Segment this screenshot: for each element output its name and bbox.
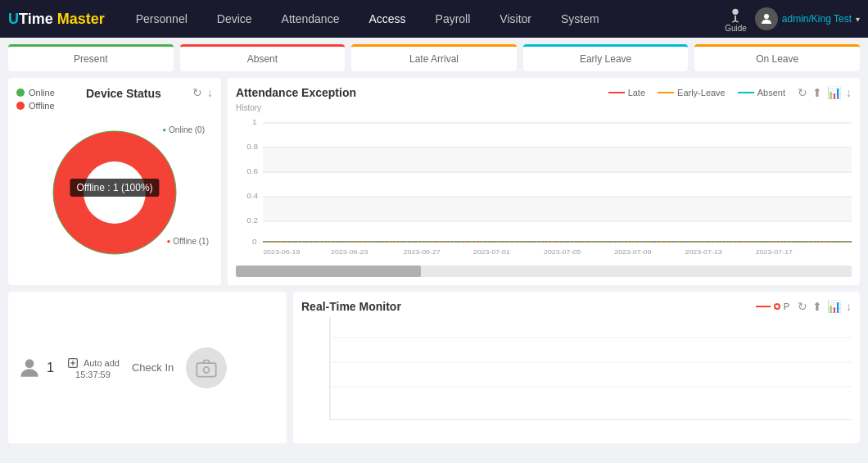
realtime-chart-icon[interactable]: 📊 [827, 300, 841, 313]
realtime-actions: ↻ ⬆ 📊 ↓ [798, 300, 852, 313]
svg-text:0: 0 [252, 237, 257, 245]
user-count-area: 1 [16, 355, 54, 381]
nav-item-access[interactable]: Access [354, 0, 420, 38]
p-legend: P [756, 302, 789, 311]
logo-master: Master [57, 11, 105, 27]
stat-late-label: Late Arrival [361, 53, 507, 65]
absent-line [738, 92, 754, 93]
device-download-icon[interactable]: ↓ [207, 86, 213, 99]
nav-item-system[interactable]: System [546, 0, 614, 38]
stat-late[interactable]: Late Arrival [351, 44, 517, 71]
realtime-download-icon[interactable]: ↓ [846, 300, 852, 313]
p-line [756, 306, 771, 307]
attendance-title: Attendance Exception [236, 86, 356, 99]
svg-rect-37 [197, 363, 216, 376]
chevron-down-icon: ▾ [856, 15, 860, 24]
legend-online-label: Online [29, 88, 55, 98]
att-refresh-icon[interactable]: ↻ [798, 86, 807, 99]
stat-on-leave[interactable]: On Leave [694, 44, 860, 71]
offline-tooltip: Offline : 1 (100%) [70, 179, 159, 197]
early-leave-line [658, 92, 674, 93]
svg-line-2 [733, 20, 736, 22]
logo: UTime Master [8, 11, 105, 28]
legend-offline: Offline [16, 101, 55, 111]
nav-item-personnel[interactable]: Personnel [121, 0, 202, 38]
stats-bar: Present Absent Late Arrival Early Leave … [0, 38, 868, 78]
realtime-refresh-icon[interactable]: ↻ [798, 300, 807, 313]
online-label: ● Online (0) [162, 125, 205, 134]
realtime-title: Real-Time Monitor [301, 300, 401, 313]
stat-early-leave-label: Early Leave [533, 53, 679, 65]
checkin-label: Check In [132, 361, 174, 374]
device-status-chart: ● Online (0) Offline : 1 (100%) ● Offlin… [16, 111, 213, 270]
realtime-monitor-panel: Real-Time Monitor P ↻ ⬆ 📊 ↓ [293, 292, 860, 443]
stat-absent-label: Absent [190, 53, 336, 65]
offline-label-chart: ● Offline (1) [166, 237, 209, 246]
late-line [608, 92, 625, 93]
svg-line-3 [735, 20, 739, 22]
auto-add-area: Auto add 15:37:59 [66, 356, 120, 379]
realtime-header: Real-Time Monitor P ↻ ⬆ 📊 ↓ [301, 300, 852, 313]
guide-icon [726, 6, 744, 24]
svg-point-38 [204, 366, 210, 372]
legend-late: Late [608, 88, 645, 98]
guide-button[interactable]: Guide [725, 6, 747, 33]
svg-text:0.6: 0.6 [246, 166, 258, 175]
stat-early-leave[interactable]: Early Leave [523, 44, 689, 71]
svg-rect-1 [735, 15, 737, 20]
camera-icon-area [186, 347, 227, 388]
stat-on-leave-label: On Leave [704, 53, 850, 65]
logo-time: Time [19, 11, 53, 27]
history-label: History [236, 103, 852, 112]
svg-point-33 [25, 359, 34, 368]
att-upload-icon[interactable]: ⬆ [812, 86, 822, 99]
stat-absent[interactable]: Absent [180, 44, 346, 71]
online-dot [16, 89, 25, 97]
legend-absent: Absent [738, 88, 785, 98]
attendance-scrollbar[interactable] [236, 266, 852, 277]
svg-text:2023-07-13: 2023-07-13 [685, 247, 723, 255]
guide-label: Guide [725, 24, 747, 33]
svg-text:0.2: 0.2 [246, 216, 258, 224]
attendance-legend: Late Early-Leave Absent [608, 88, 785, 98]
svg-text:0.8: 0.8 [246, 142, 258, 150]
realtime-upload-icon[interactable]: ⬆ [812, 300, 822, 313]
svg-point-4 [764, 14, 769, 19]
att-download-icon[interactable]: ↓ [846, 86, 852, 99]
nav-item-device[interactable]: Device [202, 0, 267, 38]
svg-text:1: 1 [252, 117, 257, 125]
svg-point-0 [733, 8, 739, 14]
p-label: P [784, 302, 789, 311]
offline-dot [16, 102, 25, 110]
realtime-chart-svg [301, 313, 852, 432]
svg-text:2023-06-19: 2023-06-19 [263, 247, 301, 255]
attendance-exception-panel: Attendance Exception Late Early-Leave Ab… [228, 78, 860, 285]
auto-add-time: 15:37:59 [66, 370, 120, 379]
svg-text:0.4: 0.4 [246, 191, 258, 199]
nav-item-attendance[interactable]: Attendance [267, 0, 355, 38]
svg-rect-21 [263, 197, 852, 221]
stat-present[interactable]: Present [8, 44, 174, 71]
auto-add-label: Auto add [84, 358, 120, 368]
user-info[interactable]: admin/King Test ▾ [755, 7, 860, 30]
svg-text:2023-07-17: 2023-07-17 [756, 247, 793, 255]
camera-icon [195, 356, 218, 379]
user-count: 1 [47, 361, 54, 375]
device-status-actions: ↻ ↓ [192, 86, 213, 99]
bottom-row: 1 Auto add 15:37:59 Check In Real-Time M… [0, 292, 868, 450]
user-icon [16, 355, 43, 381]
nav: Personnel Device Attendance Access Payro… [121, 0, 725, 38]
device-refresh-icon[interactable]: ↻ [192, 86, 202, 99]
legend-offline-label: Offline [29, 101, 55, 111]
svg-rect-20 [263, 148, 852, 172]
device-status-panel: Online Offline Device Status ↻ ↓ [8, 78, 221, 285]
p-dot [774, 303, 780, 310]
attendance-chart-area: History 1 0.8 0.6 0.4 0.2 0 [236, 103, 852, 277]
nav-item-visitor[interactable]: Visitor [485, 0, 546, 38]
stat-present-label: Present [18, 53, 164, 65]
svg-text:2023-07-05: 2023-07-05 [544, 247, 581, 255]
scrollbar-thumb [236, 266, 421, 277]
nav-item-payroll[interactable]: Payroll [421, 0, 486, 38]
attendance-chart-svg: 1 0.8 0.6 0.4 0.2 0 [236, 115, 852, 258]
att-chart-icon[interactable]: 📊 [827, 86, 841, 99]
